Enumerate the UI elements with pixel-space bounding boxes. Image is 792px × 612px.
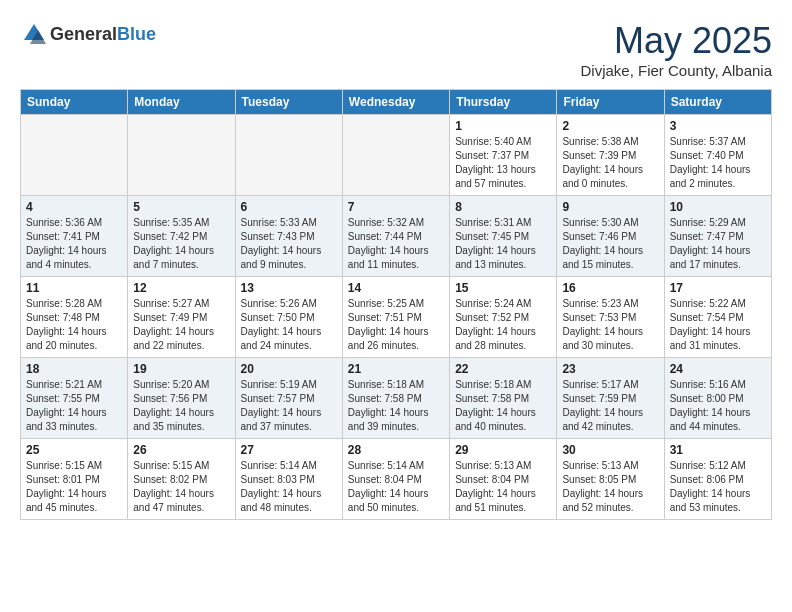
- day-number: 15: [455, 281, 551, 295]
- calendar-cell: 22Sunrise: 5:18 AMSunset: 7:58 PMDayligh…: [450, 358, 557, 439]
- calendar-cell: 13Sunrise: 5:26 AMSunset: 7:50 PMDayligh…: [235, 277, 342, 358]
- calendar-header-friday: Friday: [557, 90, 664, 115]
- calendar-cell: 10Sunrise: 5:29 AMSunset: 7:47 PMDayligh…: [664, 196, 771, 277]
- logo-blue: Blue: [117, 24, 156, 44]
- day-number: 12: [133, 281, 229, 295]
- day-info: Sunrise: 5:36 AMSunset: 7:41 PMDaylight:…: [26, 216, 122, 272]
- day-number: 27: [241, 443, 337, 457]
- day-info: Sunrise: 5:40 AMSunset: 7:37 PMDaylight:…: [455, 135, 551, 191]
- calendar-cell: 24Sunrise: 5:16 AMSunset: 8:00 PMDayligh…: [664, 358, 771, 439]
- day-number: 5: [133, 200, 229, 214]
- day-number: 14: [348, 281, 444, 295]
- calendar-cell: [21, 115, 128, 196]
- day-number: 18: [26, 362, 122, 376]
- day-number: 17: [670, 281, 766, 295]
- calendar-cell: [342, 115, 449, 196]
- day-info: Sunrise: 5:25 AMSunset: 7:51 PMDaylight:…: [348, 297, 444, 353]
- calendar-cell: [235, 115, 342, 196]
- calendar-cell: 21Sunrise: 5:18 AMSunset: 7:58 PMDayligh…: [342, 358, 449, 439]
- calendar-table: SundayMondayTuesdayWednesdayThursdayFrid…: [20, 89, 772, 520]
- day-info: Sunrise: 5:16 AMSunset: 8:00 PMDaylight:…: [670, 378, 766, 434]
- day-number: 29: [455, 443, 551, 457]
- day-number: 21: [348, 362, 444, 376]
- day-info: Sunrise: 5:31 AMSunset: 7:45 PMDaylight:…: [455, 216, 551, 272]
- day-info: Sunrise: 5:30 AMSunset: 7:46 PMDaylight:…: [562, 216, 658, 272]
- day-number: 30: [562, 443, 658, 457]
- calendar-cell: 12Sunrise: 5:27 AMSunset: 7:49 PMDayligh…: [128, 277, 235, 358]
- calendar-cell: 18Sunrise: 5:21 AMSunset: 7:55 PMDayligh…: [21, 358, 128, 439]
- day-number: 16: [562, 281, 658, 295]
- logo: GeneralBlue: [20, 20, 156, 48]
- day-info: Sunrise: 5:21 AMSunset: 7:55 PMDaylight:…: [26, 378, 122, 434]
- day-number: 22: [455, 362, 551, 376]
- calendar-header-tuesday: Tuesday: [235, 90, 342, 115]
- day-number: 31: [670, 443, 766, 457]
- day-info: Sunrise: 5:14 AMSunset: 8:04 PMDaylight:…: [348, 459, 444, 515]
- day-info: Sunrise: 5:23 AMSunset: 7:53 PMDaylight:…: [562, 297, 658, 353]
- location-subtitle: Divjake, Fier County, Albania: [581, 62, 772, 79]
- calendar-cell: 14Sunrise: 5:25 AMSunset: 7:51 PMDayligh…: [342, 277, 449, 358]
- day-number: 20: [241, 362, 337, 376]
- calendar-header-wednesday: Wednesday: [342, 90, 449, 115]
- calendar-cell: 30Sunrise: 5:13 AMSunset: 8:05 PMDayligh…: [557, 439, 664, 520]
- calendar-cell: 31Sunrise: 5:12 AMSunset: 8:06 PMDayligh…: [664, 439, 771, 520]
- day-number: 8: [455, 200, 551, 214]
- day-number: 13: [241, 281, 337, 295]
- day-number: 4: [26, 200, 122, 214]
- calendar-cell: 8Sunrise: 5:31 AMSunset: 7:45 PMDaylight…: [450, 196, 557, 277]
- calendar-cell: 20Sunrise: 5:19 AMSunset: 7:57 PMDayligh…: [235, 358, 342, 439]
- day-info: Sunrise: 5:13 AMSunset: 8:04 PMDaylight:…: [455, 459, 551, 515]
- calendar-header-thursday: Thursday: [450, 90, 557, 115]
- day-info: Sunrise: 5:13 AMSunset: 8:05 PMDaylight:…: [562, 459, 658, 515]
- calendar-cell: 6Sunrise: 5:33 AMSunset: 7:43 PMDaylight…: [235, 196, 342, 277]
- calendar-cell: [128, 115, 235, 196]
- day-info: Sunrise: 5:38 AMSunset: 7:39 PMDaylight:…: [562, 135, 658, 191]
- calendar-header-row: SundayMondayTuesdayWednesdayThursdayFrid…: [21, 90, 772, 115]
- day-info: Sunrise: 5:15 AMSunset: 8:01 PMDaylight:…: [26, 459, 122, 515]
- calendar-cell: 7Sunrise: 5:32 AMSunset: 7:44 PMDaylight…: [342, 196, 449, 277]
- calendar-header-monday: Monday: [128, 90, 235, 115]
- day-info: Sunrise: 5:37 AMSunset: 7:40 PMDaylight:…: [670, 135, 766, 191]
- calendar-cell: 27Sunrise: 5:14 AMSunset: 8:03 PMDayligh…: [235, 439, 342, 520]
- calendar-week-row: 1Sunrise: 5:40 AMSunset: 7:37 PMDaylight…: [21, 115, 772, 196]
- day-number: 24: [670, 362, 766, 376]
- calendar-week-row: 4Sunrise: 5:36 AMSunset: 7:41 PMDaylight…: [21, 196, 772, 277]
- calendar-week-row: 25Sunrise: 5:15 AMSunset: 8:01 PMDayligh…: [21, 439, 772, 520]
- calendar-cell: 16Sunrise: 5:23 AMSunset: 7:53 PMDayligh…: [557, 277, 664, 358]
- day-info: Sunrise: 5:15 AMSunset: 8:02 PMDaylight:…: [133, 459, 229, 515]
- calendar-cell: 4Sunrise: 5:36 AMSunset: 7:41 PMDaylight…: [21, 196, 128, 277]
- calendar-cell: 15Sunrise: 5:24 AMSunset: 7:52 PMDayligh…: [450, 277, 557, 358]
- calendar-week-row: 11Sunrise: 5:28 AMSunset: 7:48 PMDayligh…: [21, 277, 772, 358]
- day-info: Sunrise: 5:20 AMSunset: 7:56 PMDaylight:…: [133, 378, 229, 434]
- day-info: Sunrise: 5:26 AMSunset: 7:50 PMDaylight:…: [241, 297, 337, 353]
- day-info: Sunrise: 5:29 AMSunset: 7:47 PMDaylight:…: [670, 216, 766, 272]
- logo-general: General: [50, 24, 117, 44]
- calendar-week-row: 18Sunrise: 5:21 AMSunset: 7:55 PMDayligh…: [21, 358, 772, 439]
- calendar-cell: 11Sunrise: 5:28 AMSunset: 7:48 PMDayligh…: [21, 277, 128, 358]
- calendar-cell: 26Sunrise: 5:15 AMSunset: 8:02 PMDayligh…: [128, 439, 235, 520]
- day-info: Sunrise: 5:33 AMSunset: 7:43 PMDaylight:…: [241, 216, 337, 272]
- calendar-cell: 17Sunrise: 5:22 AMSunset: 7:54 PMDayligh…: [664, 277, 771, 358]
- page-header: GeneralBlue May 2025 Divjake, Fier Count…: [20, 20, 772, 79]
- day-info: Sunrise: 5:27 AMSunset: 7:49 PMDaylight:…: [133, 297, 229, 353]
- day-number: 23: [562, 362, 658, 376]
- day-number: 28: [348, 443, 444, 457]
- calendar-header-sunday: Sunday: [21, 90, 128, 115]
- day-number: 11: [26, 281, 122, 295]
- day-number: 26: [133, 443, 229, 457]
- calendar-cell: 1Sunrise: 5:40 AMSunset: 7:37 PMDaylight…: [450, 115, 557, 196]
- day-info: Sunrise: 5:18 AMSunset: 7:58 PMDaylight:…: [455, 378, 551, 434]
- calendar-header-saturday: Saturday: [664, 90, 771, 115]
- logo-icon: [20, 20, 48, 48]
- calendar-cell: 5Sunrise: 5:35 AMSunset: 7:42 PMDaylight…: [128, 196, 235, 277]
- day-number: 3: [670, 119, 766, 133]
- calendar-cell: 3Sunrise: 5:37 AMSunset: 7:40 PMDaylight…: [664, 115, 771, 196]
- day-info: Sunrise: 5:17 AMSunset: 7:59 PMDaylight:…: [562, 378, 658, 434]
- calendar-cell: 29Sunrise: 5:13 AMSunset: 8:04 PMDayligh…: [450, 439, 557, 520]
- calendar-cell: 28Sunrise: 5:14 AMSunset: 8:04 PMDayligh…: [342, 439, 449, 520]
- day-info: Sunrise: 5:28 AMSunset: 7:48 PMDaylight:…: [26, 297, 122, 353]
- day-number: 19: [133, 362, 229, 376]
- day-number: 2: [562, 119, 658, 133]
- day-info: Sunrise: 5:18 AMSunset: 7:58 PMDaylight:…: [348, 378, 444, 434]
- title-block: May 2025 Divjake, Fier County, Albania: [581, 20, 772, 79]
